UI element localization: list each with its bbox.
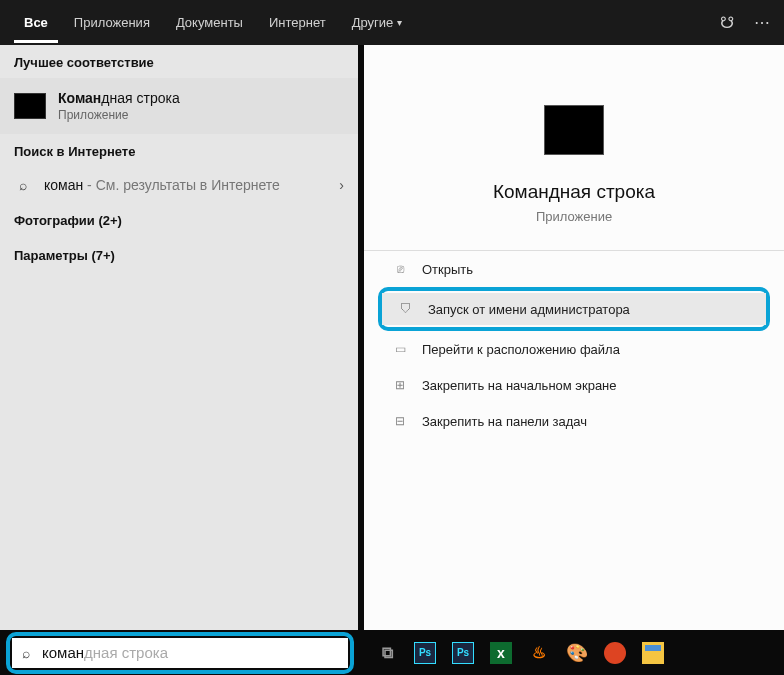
app-excel-icon[interactable]: x bbox=[490, 642, 512, 664]
tab-documents[interactable]: Документы bbox=[166, 3, 253, 43]
admin-shield-icon: ⛉ bbox=[398, 301, 414, 317]
feedback-icon[interactable]: ☋ bbox=[720, 13, 734, 32]
taskbar-apps: ⧉ Ps Ps x ♨ 🎨 bbox=[360, 642, 664, 664]
preview-subtitle: Приложение bbox=[536, 209, 612, 224]
preview-pane: Командная строка Приложение ⎚ Открыть ⛉ … bbox=[358, 45, 784, 630]
filter-photos[interactable]: Фотографии (2+) bbox=[0, 203, 358, 238]
web-search-header: Поиск в Интернете bbox=[0, 134, 358, 167]
search-results-panel: Лучшее соответствие Командная строка При… bbox=[0, 45, 784, 630]
pin-start-icon: ⊞ bbox=[392, 377, 408, 393]
tab-apps[interactable]: Приложения bbox=[64, 3, 160, 43]
taskbar: ⌕ командная строка ⧉ Ps Ps x ♨ 🎨 bbox=[0, 630, 784, 675]
highlight-search-box: ⌕ командная строка bbox=[6, 632, 354, 674]
action-open[interactable]: ⎚ Открыть bbox=[364, 251, 784, 287]
app-opera-icon[interactable] bbox=[604, 642, 626, 664]
search-box[interactable]: ⌕ командная строка bbox=[12, 638, 348, 668]
pin-taskbar-icon: ⊟ bbox=[392, 413, 408, 429]
more-options-icon[interactable]: ⋯ bbox=[754, 13, 770, 32]
chevron-right-icon: › bbox=[339, 177, 344, 193]
filter-settings[interactable]: Параметры (7+) bbox=[0, 238, 358, 273]
tab-web[interactable]: Интернет bbox=[259, 3, 336, 43]
task-view-icon[interactable]: ⧉ bbox=[376, 642, 398, 664]
preview-actions: ⎚ Открыть ⛉ Запуск от имени администрато… bbox=[364, 250, 784, 439]
app-photoshop-icon-2[interactable]: Ps bbox=[452, 642, 474, 664]
cmd-prompt-icon-large bbox=[544, 105, 604, 155]
preview-title: Командная строка bbox=[493, 181, 655, 203]
action-run-as-admin[interactable]: ⛉ Запуск от имени администратора bbox=[382, 293, 766, 325]
best-match-item[interactable]: Командная строка Приложение bbox=[0, 78, 358, 134]
tab-more[interactable]: Другие▾ bbox=[342, 3, 413, 43]
chevron-down-icon: ▾ bbox=[397, 17, 402, 28]
best-match-subtitle: Приложение bbox=[58, 108, 180, 122]
app-flame-icon[interactable]: ♨ bbox=[528, 642, 550, 664]
web-search-item[interactable]: ⌕ коман - См. результаты в Интернете › bbox=[0, 167, 358, 203]
results-list: Лучшее соответствие Командная строка При… bbox=[0, 45, 358, 630]
action-pin-taskbar[interactable]: ⊟ Закрепить на панели задач bbox=[364, 403, 784, 439]
search-icon: ⌕ bbox=[22, 645, 30, 661]
search-tabs-bar: Все Приложения Документы Интернет Другие… bbox=[0, 0, 784, 45]
search-input[interactable] bbox=[38, 644, 338, 661]
app-photoshop-icon[interactable]: Ps bbox=[414, 642, 436, 664]
cmd-prompt-icon bbox=[14, 93, 46, 119]
app-file-explorer-icon[interactable] bbox=[642, 642, 664, 664]
folder-location-icon: ▭ bbox=[392, 341, 408, 357]
action-open-file-location[interactable]: ▭ Перейти к расположению файла bbox=[364, 331, 784, 367]
highlight-run-as-admin: ⛉ Запуск от имени администратора bbox=[378, 287, 770, 331]
best-match-header: Лучшее соответствие bbox=[0, 45, 358, 78]
best-match-title: Командная строка bbox=[58, 90, 180, 106]
tab-all[interactable]: Все bbox=[14, 3, 58, 43]
search-icon: ⌕ bbox=[14, 177, 32, 193]
action-pin-start[interactable]: ⊞ Закрепить на начальном экране bbox=[364, 367, 784, 403]
app-paint-icon[interactable]: 🎨 bbox=[566, 642, 588, 664]
open-icon: ⎚ bbox=[392, 261, 408, 277]
